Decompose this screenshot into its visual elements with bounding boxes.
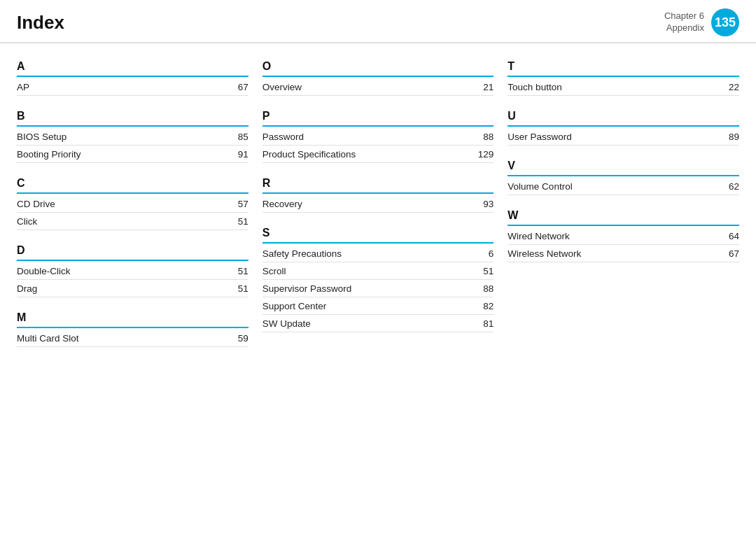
entry-page: 88 — [472, 283, 493, 294]
section-b: BBIOS Setup85Booting Priority91 — [17, 110, 248, 163]
entry-page: 22 — [718, 82, 739, 92]
entry-page: 81 — [472, 318, 493, 329]
entry-page: 91 — [227, 149, 248, 160]
chapter-label: Chapter 6 Appendix — [664, 10, 704, 34]
entry-label: Multi Card Slot — [17, 333, 79, 344]
index-entry: Scroll51 — [262, 262, 494, 280]
section-letter-t: T — [507, 60, 739, 77]
entry-label: Safety Precautions — [262, 248, 342, 259]
section-o: OOverview21 — [262, 60, 494, 96]
page-number-badge: 135 — [711, 8, 739, 36]
entry-page: 51 — [472, 266, 493, 276]
index-entry: CD Drive57 — [17, 195, 248, 213]
entry-label: CD Drive — [17, 199, 55, 209]
entry-label: Volume Control — [507, 181, 572, 192]
index-entry: SW Update81 — [262, 315, 494, 332]
entry-label: Overview — [262, 82, 302, 92]
section-letter-m: M — [17, 311, 248, 328]
entry-label: Wired Network — [507, 231, 570, 241]
entry-label: Wireless Network — [507, 248, 581, 259]
section-t: TTouch button22 — [507, 60, 739, 96]
entry-label: Password — [262, 132, 304, 142]
section-u: UUser Password89 — [507, 110, 739, 146]
section-letter-c: C — [17, 177, 248, 194]
entry-label: Recovery — [262, 199, 302, 209]
entry-page: 82 — [472, 301, 493, 311]
index-entry: Overview21 — [262, 78, 494, 96]
page-title: Index — [17, 12, 64, 34]
section-letter-v: V — [507, 160, 739, 176]
index-entry: Volume Control62 — [507, 178, 739, 195]
index-entry: User Password89 — [507, 128, 739, 146]
entry-page: 6 — [472, 248, 493, 259]
entry-page: 62 — [718, 181, 739, 192]
section-c: CCD Drive57Click51 — [17, 177, 248, 230]
entry-page: 67 — [227, 82, 248, 92]
section-letter-s: S — [262, 227, 494, 244]
index-entry: Wireless Network67 — [507, 245, 739, 262]
index-entry: Drag51 — [17, 280, 248, 297]
section-letter-a: A — [17, 60, 248, 77]
entry-page: 64 — [718, 231, 739, 241]
section-a: AAP67 — [17, 60, 248, 96]
index-entry: Multi Card Slot59 — [17, 330, 248, 347]
section-letter-r: R — [262, 177, 494, 194]
index-entry: Support Center82 — [262, 297, 494, 315]
section-w: WWired Network64Wireless Network67 — [507, 209, 739, 262]
section-letter-o: O — [262, 60, 494, 77]
index-entry: Double-Click51 — [17, 262, 248, 280]
section-m: MMulti Card Slot59 — [17, 311, 248, 347]
index-content: AAP67BBIOS Setup85Booting Priority91CCD … — [0, 43, 756, 530]
entry-page: 129 — [472, 149, 493, 160]
entry-page: 85 — [227, 132, 248, 142]
index-entry: Touch button22 — [507, 78, 739, 96]
chapter-info: Chapter 6 Appendix 135 — [664, 8, 739, 36]
entry-label: User Password — [507, 132, 572, 142]
entry-page: 59 — [227, 333, 248, 344]
section-p: PPassword88Product Specifications129 — [262, 110, 494, 163]
entry-label: Scroll — [262, 266, 286, 276]
entry-label: Supervisor Password — [262, 283, 352, 294]
index-entry: Product Specifications129 — [262, 146, 494, 163]
index-entry: BIOS Setup85 — [17, 128, 248, 146]
index-column-0: AAP67BBIOS Setup85Booting Priority91CCD … — [17, 60, 262, 516]
entry-label: Drag — [17, 283, 37, 294]
page-header: Index Chapter 6 Appendix 135 — [0, 0, 756, 43]
entry-label: Support Center — [262, 301, 327, 311]
section-v: VVolume Control62 — [507, 160, 739, 195]
index-entry: Recovery93 — [262, 195, 494, 213]
entry-page: 51 — [227, 266, 248, 276]
entry-page: 51 — [227, 283, 248, 294]
entry-page: 88 — [472, 132, 493, 142]
entry-label: Booting Priority — [17, 149, 81, 160]
entry-page: 57 — [227, 199, 248, 209]
entry-label: Click — [17, 216, 37, 227]
section-letter-p: P — [262, 110, 494, 127]
index-entry: AP67 — [17, 78, 248, 96]
section-r: RRecovery93 — [262, 177, 494, 213]
entry-label: Double-Click — [17, 266, 71, 276]
entry-page: 93 — [472, 199, 493, 209]
index-entry: Wired Network64 — [507, 227, 739, 245]
index-entry: Password88 — [262, 128, 494, 146]
section-d: DDouble-Click51Drag51 — [17, 244, 248, 297]
index-entry: Safety Precautions6 — [262, 245, 494, 262]
entry-page: 21 — [472, 82, 493, 92]
index-entry: Supervisor Password88 — [262, 280, 494, 297]
section-letter-u: U — [507, 110, 739, 127]
section-letter-b: B — [17, 110, 248, 127]
section-letter-d: D — [17, 244, 248, 261]
index-column-1: OOverview21PPassword88Product Specificat… — [262, 60, 508, 516]
entry-page: 67 — [718, 248, 739, 259]
entry-label: BIOS Setup — [17, 132, 66, 142]
section-s: SSafety Precautions6Scroll51Supervisor P… — [262, 227, 494, 332]
entry-label: Touch button — [507, 82, 561, 92]
entry-label: AP — [17, 82, 29, 92]
index-entry: Click51 — [17, 213, 248, 230]
index-entry: Booting Priority91 — [17, 146, 248, 163]
entry-page: 51 — [227, 216, 248, 227]
entry-label: Product Specifications — [262, 149, 356, 160]
entry-page: 89 — [718, 132, 739, 142]
entry-label: SW Update — [262, 318, 311, 329]
section-letter-w: W — [507, 209, 739, 226]
